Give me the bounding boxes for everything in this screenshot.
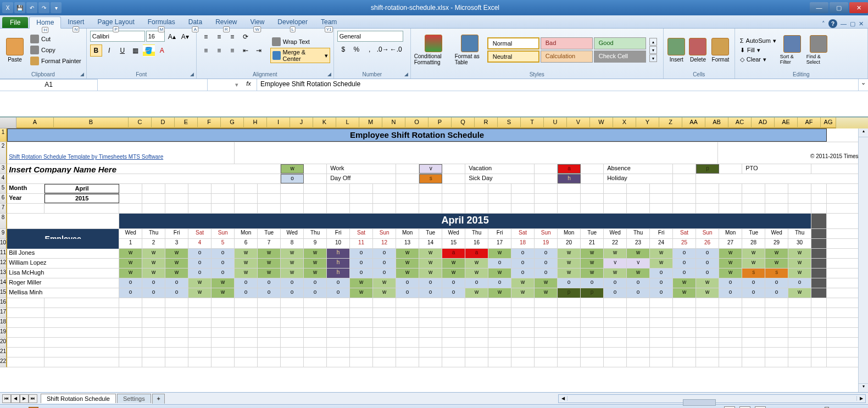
cell[interactable]: Mon: [719, 229, 742, 238]
column-header[interactable]: I: [267, 118, 290, 128]
cell[interactable]: w: [188, 288, 212, 298]
cell[interactable]: Fri: [165, 229, 188, 238]
style-good[interactable]: Good: [594, 37, 646, 49]
cell[interactable]: o: [535, 259, 558, 268]
cell[interactable]: [419, 204, 442, 213]
cell[interactable]: [442, 204, 465, 213]
style-normal[interactable]: Normal: [487, 37, 539, 49]
cell[interactable]: [119, 184, 142, 193]
cell[interactable]: w: [558, 259, 581, 268]
cell[interactable]: Sat: [350, 229, 373, 238]
cell[interactable]: 15: [442, 239, 465, 248]
cell[interactable]: [673, 348, 696, 357]
cell[interactable]: [350, 338, 373, 347]
row-header[interactable]: 2: [0, 142, 7, 164]
orientation-icon[interactable]: ⟳: [240, 31, 252, 43]
conditional-formatting-button[interactable]: Conditional Formatting: [414, 30, 453, 70]
cell[interactable]: [327, 184, 350, 193]
cell[interactable]: [742, 184, 765, 193]
cell[interactable]: [281, 298, 304, 308]
cell[interactable]: [696, 194, 719, 203]
cell[interactable]: o: [212, 259, 235, 268]
cell[interactable]: o: [788, 278, 811, 288]
cell[interactable]: [696, 318, 719, 327]
cell[interactable]: [396, 194, 419, 203]
font-name-select[interactable]: [90, 31, 145, 42]
cell[interactable]: Year: [7, 194, 44, 203]
row-header[interactable]: 5: [0, 184, 7, 194]
cell[interactable]: o: [696, 259, 719, 268]
cell[interactable]: [650, 194, 673, 203]
row-header[interactable]: 8: [0, 214, 7, 229]
cell[interactable]: w: [465, 269, 488, 278]
cell[interactable]: [535, 328, 558, 337]
cell[interactable]: [788, 338, 811, 347]
cell[interactable]: [281, 338, 304, 347]
cell[interactable]: w: [419, 269, 442, 278]
cell[interactable]: [673, 357, 696, 367]
cell[interactable]: w: [696, 278, 719, 288]
cell[interactable]: [627, 298, 650, 308]
cell[interactable]: a: [442, 249, 465, 258]
cell[interactable]: Day Off: [327, 174, 396, 183]
cell[interactable]: Wed: [765, 229, 788, 238]
cell[interactable]: w: [281, 249, 304, 258]
cell[interactable]: [212, 308, 235, 317]
cell[interactable]: [350, 184, 373, 193]
cell[interactable]: [188, 194, 212, 203]
dialog-launcher-icon[interactable]: ◢: [327, 71, 331, 77]
cancel-formula-icon[interactable]: ▾: [235, 81, 238, 88]
cell[interactable]: [765, 194, 788, 203]
row-header[interactable]: 19: [0, 328, 7, 338]
column-header[interactable]: M: [359, 118, 382, 128]
cell[interactable]: w: [235, 249, 258, 258]
cell[interactable]: [604, 328, 627, 337]
find-select-button[interactable]: Find & Select: [806, 30, 831, 70]
row-header[interactable]: 11: [0, 249, 7, 259]
cell[interactable]: [535, 357, 558, 367]
cell[interactable]: [165, 338, 188, 347]
cell[interactable]: w: [304, 269, 327, 278]
cell[interactable]: [281, 318, 304, 327]
cell[interactable]: [673, 298, 696, 308]
cell[interactable]: [7, 204, 44, 213]
worksheet-grid[interactable]: ABCDEFGHIJKLMNOPQRSTUVWXYZAAABACADAEAFAG…: [0, 118, 868, 392]
cell[interactable]: Thu: [627, 229, 650, 238]
cell[interactable]: [696, 308, 719, 317]
cell[interactable]: [696, 184, 719, 193]
cell[interactable]: [627, 318, 650, 327]
ribbon-tab-review[interactable]: ReviewR: [209, 16, 243, 28]
cell[interactable]: Roger Miller: [7, 278, 119, 288]
new-sheet-icon[interactable]: ✦: [152, 394, 165, 404]
cell[interactable]: w: [719, 269, 742, 278]
cell[interactable]: [788, 308, 811, 317]
cell[interactable]: w: [396, 269, 419, 278]
cell[interactable]: [142, 348, 165, 357]
cell[interactable]: 26: [696, 239, 719, 248]
cell[interactable]: w: [627, 269, 650, 278]
cell[interactable]: [811, 348, 827, 357]
cell[interactable]: [304, 308, 327, 317]
file-tab[interactable]: File: [2, 17, 28, 28]
cell[interactable]: 2015: [44, 194, 119, 203]
cell[interactable]: 23: [627, 239, 650, 248]
ribbon-tab-formulas[interactable]: FormulasM: [141, 16, 182, 28]
window-close-icon[interactable]: ✕: [859, 20, 864, 27]
cell[interactable]: [188, 338, 212, 347]
window-restore-icon[interactable]: ▢: [850, 20, 855, 27]
cell[interactable]: w: [281, 259, 304, 268]
cell[interactable]: [558, 338, 581, 347]
cell[interactable]: [558, 328, 581, 337]
help-icon[interactable]: ?: [828, 19, 837, 28]
number-format-select[interactable]: [337, 31, 403, 42]
cell[interactable]: [650, 298, 673, 308]
cell[interactable]: [811, 357, 827, 367]
cell[interactable]: [7, 239, 119, 248]
cell[interactable]: 4: [188, 239, 212, 248]
cell[interactable]: [258, 184, 281, 193]
cell[interactable]: [719, 357, 742, 367]
cell[interactable]: [350, 318, 373, 327]
cell[interactable]: [235, 338, 258, 347]
cell[interactable]: [604, 357, 627, 367]
cell[interactable]: [558, 348, 581, 357]
